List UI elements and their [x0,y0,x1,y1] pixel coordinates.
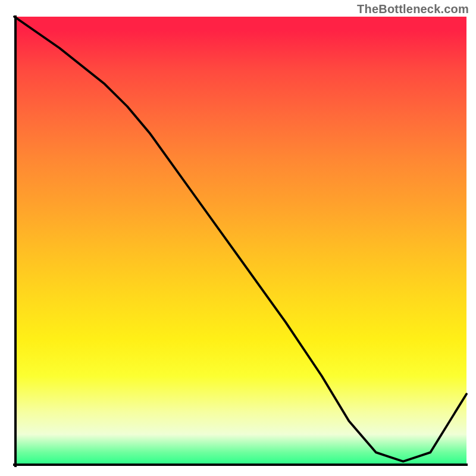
chart-overlay-svg [14,17,466,466]
watermark-label: TheBottleneck.com [357,2,469,16]
bottleneck-curve-line [14,17,466,462]
y-axis-line [14,15,17,467]
x-axis-line [13,464,468,466]
chart-plot-area [14,17,466,466]
